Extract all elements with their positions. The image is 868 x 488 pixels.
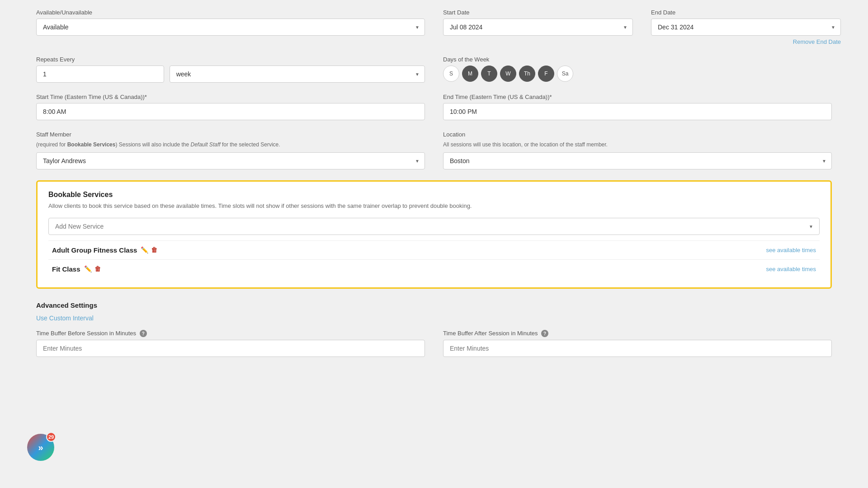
service-item-adult-group-left: Adult Group Fitness Class ✏️ 🗑 bbox=[52, 246, 157, 254]
available-select[interactable]: Available bbox=[36, 19, 425, 36]
service-adult-group-icons: ✏️ 🗑 bbox=[141, 246, 157, 253]
location-select[interactable]: Boston bbox=[443, 152, 832, 169]
service-fit-class-name: Fit Class bbox=[52, 265, 80, 273]
location-sublabel: All sessions will use this location, or … bbox=[443, 141, 832, 149]
add-service-input[interactable] bbox=[48, 218, 820, 235]
service-adult-group-name: Adult Group Fitness Class bbox=[52, 246, 137, 254]
start-time-label: Start Time (Eastern Time (US & Canada))* bbox=[36, 94, 425, 100]
buffer-before-input[interactable] bbox=[36, 340, 425, 357]
service-item-fit-class-left: Fit Class ✏️ 🗑 bbox=[52, 265, 101, 273]
buffer-after-label: Time Buffer After Session in Minutes ? bbox=[443, 330, 832, 338]
days-of-week-label: Days of the Week bbox=[443, 56, 832, 63]
bookable-services-box: Bookable Services Allow clients to book … bbox=[36, 180, 832, 289]
service-item-fit-class: Fit Class ✏️ 🗑 see available times bbox=[48, 259, 820, 278]
edit-adult-group-icon[interactable]: ✏️ bbox=[141, 246, 148, 253]
staff-member-sublabel: (required for Bookable Services) Session… bbox=[36, 141, 425, 149]
day-wednesday[interactable]: W bbox=[500, 66, 516, 82]
repeats-every-label: Repeats Every bbox=[36, 56, 425, 63]
day-sunday[interactable]: S bbox=[443, 66, 459, 82]
use-custom-interval-link[interactable]: Use Custom Interval bbox=[36, 314, 94, 322]
bookable-services-title: Bookable Services bbox=[48, 191, 820, 199]
buffer-before-help-icon: ? bbox=[140, 330, 147, 337]
staff-member-select[interactable]: Taylor Andrews bbox=[36, 152, 425, 169]
repeats-every-input[interactable]: 1 bbox=[36, 66, 164, 83]
edit-fit-class-icon[interactable]: ✏️ bbox=[84, 265, 92, 272]
notification-badge[interactable]: » 29 bbox=[27, 434, 54, 461]
start-time-input[interactable]: 8:00 AM bbox=[36, 103, 425, 120]
staff-member-label: Staff Member bbox=[36, 131, 425, 138]
remove-end-date-link[interactable]: Remove End Date bbox=[651, 38, 841, 45]
day-friday[interactable]: F bbox=[538, 66, 554, 82]
end-time-label: End Time (Eastern Time (US & Canada))* bbox=[443, 94, 832, 100]
delete-adult-group-icon[interactable]: 🗑 bbox=[151, 246, 157, 253]
location-label: Location bbox=[443, 131, 832, 138]
service-fit-class-icons: ✏️ 🗑 bbox=[84, 265, 101, 272]
end-date-input[interactable]: Dec 31 2024 bbox=[651, 19, 841, 36]
bookable-services-description: Allow clients to book this service based… bbox=[48, 202, 820, 211]
start-date-label: Start Date bbox=[443, 9, 633, 16]
notification-count: 29 bbox=[46, 432, 56, 442]
available-label: Available/Unavailable bbox=[36, 9, 425, 16]
days-of-week-row: S M T W Th F Sa bbox=[443, 66, 832, 82]
day-monday[interactable]: M bbox=[462, 66, 478, 82]
day-thursday[interactable]: Th bbox=[519, 66, 535, 82]
day-tuesday[interactable]: T bbox=[481, 66, 497, 82]
chevron-right-icon: » bbox=[38, 442, 43, 453]
end-date-label: End Date bbox=[651, 9, 841, 16]
buffer-after-input[interactable] bbox=[443, 340, 832, 357]
delete-fit-class-icon[interactable]: 🗑 bbox=[94, 265, 101, 272]
service-item-adult-group: Adult Group Fitness Class ✏️ 🗑 see avail… bbox=[48, 240, 820, 259]
end-time-input[interactable]: 10:00 PM bbox=[443, 103, 832, 120]
add-service-dropdown-wrapper bbox=[48, 218, 820, 235]
day-saturday[interactable]: Sa bbox=[557, 66, 573, 82]
buffer-before-label: Time Buffer Before Session in Minutes ? bbox=[36, 330, 425, 338]
advanced-settings-section: Advanced Settings Use Custom Interval Ti… bbox=[36, 301, 832, 357]
repeats-unit-select[interactable]: week bbox=[170, 66, 425, 83]
buffer-after-help-icon: ? bbox=[541, 330, 548, 337]
advanced-settings-title: Advanced Settings bbox=[36, 301, 832, 309]
see-times-fit-class-link[interactable]: see available times bbox=[766, 266, 816, 272]
see-times-adult-group-link[interactable]: see available times bbox=[766, 247, 816, 253]
start-date-input[interactable]: Jul 08 2024 bbox=[443, 19, 633, 36]
